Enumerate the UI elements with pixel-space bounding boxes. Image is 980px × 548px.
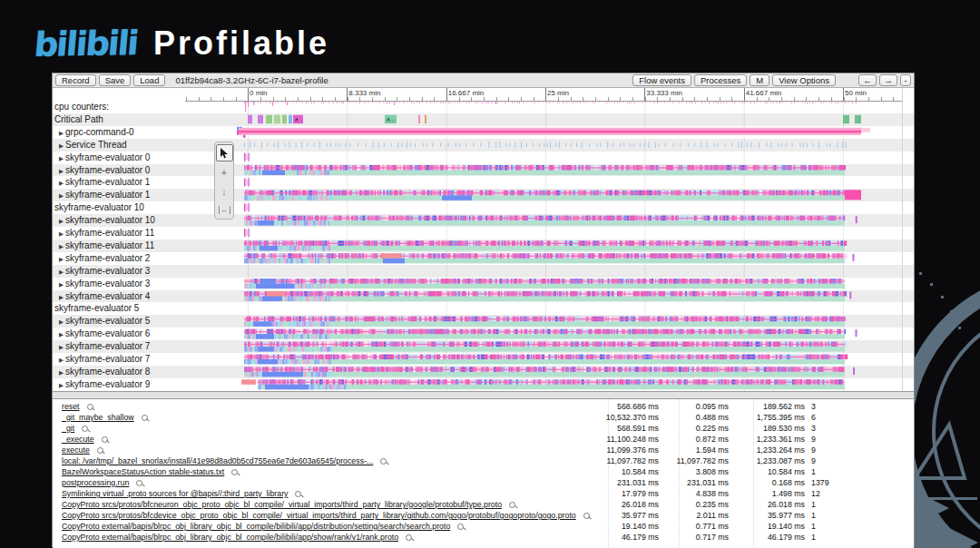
slice-link[interactable]: _git_maybe_shallow — [62, 413, 134, 422]
expand-arrow-icon[interactable]: ▶ — [57, 266, 65, 278]
track-row[interactable]: ▶skyframe-evaluator 7 — [53, 340, 190, 353]
view-options-button[interactable]: View Options — [772, 74, 836, 86]
track-row[interactable]: ▶skyframe-evaluator 5 — [53, 315, 190, 328]
wall-duration-cell: 11,097.782 ms — [606, 456, 659, 465]
track-row[interactable]: ▶skyframe-evaluator 10 — [53, 214, 190, 227]
load-button[interactable]: Load — [133, 74, 165, 86]
expand-arrow-icon[interactable]: ▶ — [57, 379, 65, 391]
ruler-tick-label: 41.667 min — [744, 89, 782, 97]
slice-link[interactable]: Symlinking virtual .proto sources for @b… — [62, 489, 288, 498]
track-row[interactable]: cpu counters: — [53, 101, 187, 113]
expand-arrow-icon[interactable]: ▶ — [57, 165, 65, 177]
occurrences-cell: 6 — [811, 413, 816, 422]
slice-link[interactable]: CopyProto external/bapis/blrpc_obj_libra… — [62, 533, 398, 542]
expand-arrow-icon[interactable]: ▶ — [57, 190, 65, 201]
track-row[interactable]: ▶skyframe-evaluator 8 — [53, 366, 190, 378]
expand-arrow-icon[interactable]: ▶ — [57, 279, 65, 290]
pointer-icon — [220, 148, 229, 159]
slice-link[interactable]: _execute — [62, 435, 94, 444]
expand-arrow-icon[interactable]: ▶ — [57, 152, 65, 164]
track-row[interactable]: ▶skyframe-evaluator 0 — [53, 152, 190, 164]
track-row[interactable]: ▶skyframe-evaluator 3 — [53, 278, 190, 290]
track-row[interactable]: ▶skyframe-evaluator 1 — [53, 176, 190, 189]
occurrences-cell: 3 — [811, 424, 816, 433]
track-row[interactable]: ▶skyframe-evaluator 3 — [53, 265, 190, 278]
track-row[interactable]: ▶skyframe-evaluator 6 — [53, 328, 190, 340]
nav-left-button[interactable]: ← — [858, 74, 877, 86]
magnifier-icon[interactable] — [509, 502, 515, 508]
slice-link[interactable]: _git — [62, 424, 74, 433]
track-label: skyframe-evaluator 10 — [54, 202, 144, 212]
expand-arrow-icon[interactable]: ▶ — [57, 127, 65, 139]
zoom-tool-button[interactable]: ↓ — [216, 182, 233, 200]
expand-arrow-icon[interactable]: ▶ — [57, 140, 65, 152]
wall-duration-cell: 35.977 ms — [622, 511, 659, 520]
track-row[interactable]: ▶Service Thread — [53, 139, 190, 152]
slice-link[interactable]: BazelWorkspaceStatusAction stable-status… — [62, 467, 224, 476]
expand-arrow-icon[interactable]: ▶ — [57, 354, 65, 366]
expand-arrow-icon[interactable]: ▶ — [57, 228, 65, 240]
slice-link[interactable]: CopyProto srcs/protos/bfcdevice_objc_pro… — [62, 511, 576, 520]
magnifier-icon[interactable] — [231, 469, 238, 475]
expand-arrow-icon[interactable]: ▶ — [57, 253, 65, 265]
magnifier-icon[interactable] — [97, 447, 103, 454]
expand-arrow-icon[interactable]: ▶ — [57, 177, 65, 189]
expand-arrow-icon[interactable]: ▶ — [57, 341, 65, 353]
slice-link[interactable]: reset — [62, 402, 80, 411]
timing-tool-button[interactable]: ↔ — [216, 201, 233, 219]
magnifier-icon[interactable] — [380, 458, 387, 465]
magnifier-icon[interactable] — [142, 415, 148, 421]
magnifier-icon[interactable] — [406, 534, 412, 541]
track-label: skyframe-evaluator 9 — [65, 379, 150, 389]
magnifier-icon[interactable] — [82, 426, 88, 432]
toolbar-right-group: Flow events Processes M View Options — [632, 74, 836, 86]
track-row[interactable]: skyframe-evaluator 5 — [53, 302, 187, 315]
record-button[interactable]: Record — [55, 74, 96, 86]
slice-link[interactable]: execute — [62, 445, 90, 455]
slice-link[interactable]: CopyProto srcs/protos/bfcneuron_objc_pro… — [62, 500, 502, 509]
track-row[interactable]: skyframe-evaluator 10 — [53, 201, 187, 214]
expand-arrow-icon[interactable]: ▶ — [57, 367, 65, 378]
expand-arrow-icon[interactable]: ▶ — [57, 240, 65, 252]
slice-link[interactable]: CopyProto external/bapis/blrpc_obj_libra… — [62, 522, 450, 531]
track-row[interactable]: ▶grpc-command-0 — [53, 126, 190, 139]
track-label: skyframe-evaluator 11 — [65, 240, 154, 250]
track-row[interactable]: ▶skyframe-evaluator 1 — [53, 189, 190, 201]
horizontal-scrollbar[interactable] — [53, 391, 914, 399]
selection-tool-button[interactable] — [216, 144, 233, 161]
vertical-scrollbar[interactable] — [902, 88, 915, 391]
slice-link[interactable]: postprocessing.run — [62, 478, 129, 487]
magnifier-icon[interactable] — [295, 491, 301, 497]
slice-link[interactable]: local: /var/tmp/_bazel_snorlax/install/4… — [62, 456, 373, 465]
save-button[interactable]: Save — [99, 74, 132, 86]
expand-arrow-icon[interactable]: ▶ — [57, 328, 65, 340]
table-row: CopyProto srcs/protos/bfcneuron_objc_pro… — [53, 500, 914, 511]
magnifier-icon[interactable] — [457, 524, 464, 530]
ruler-tick-label: 33.333 min — [644, 89, 682, 97]
magnifier-icon[interactable] — [102, 436, 108, 443]
track-row[interactable]: Critical Path — [53, 113, 187, 126]
timeline-canvas[interactable] — [185, 101, 902, 391]
track-row[interactable]: ▶skyframe-evaluator 4 — [53, 290, 190, 303]
nav-right-button[interactable]: → — [879, 74, 897, 86]
expand-arrow-icon[interactable]: ▶ — [57, 316, 65, 328]
avg-duration-cell: 1.498 ms — [772, 489, 805, 498]
track-row[interactable]: ▶skyframe-evaluator 0 — [53, 164, 190, 177]
pan-tool-button[interactable]: + — [216, 163, 233, 181]
magnifier-icon[interactable] — [136, 480, 142, 486]
track-label: skyframe-evaluator 0 — [65, 152, 150, 162]
track-row[interactable]: ▶skyframe-evaluator 11 — [53, 227, 190, 240]
track-row[interactable]: ▶skyframe-evaluator 9 — [53, 378, 190, 391]
flow-events-button[interactable]: Flow events — [632, 74, 691, 86]
expand-arrow-icon[interactable]: ▶ — [57, 291, 65, 303]
magnifier-icon[interactable] — [87, 404, 93, 410]
track-row[interactable]: ▶skyframe-evaluator 7 — [53, 353, 190, 366]
track-label: skyframe-evaluator 3 — [65, 279, 150, 289]
track-row[interactable]: ▶skyframe-evaluator 2 — [53, 252, 190, 265]
magnifier-icon[interactable] — [583, 513, 590, 519]
collapse-button[interactable]: - — [900, 74, 911, 86]
expand-arrow-icon[interactable]: ▶ — [57, 215, 65, 227]
track-row[interactable]: ▶skyframe-evaluator 11 — [53, 240, 190, 252]
processes-button[interactable]: Processes — [694, 74, 747, 86]
metrics-button[interactable]: M — [750, 74, 769, 86]
